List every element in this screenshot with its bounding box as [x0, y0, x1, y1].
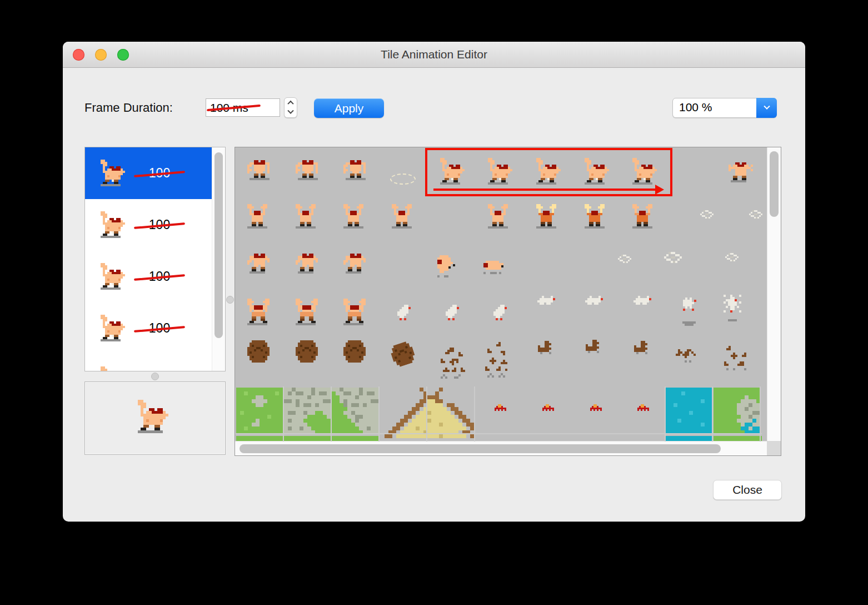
tile-barrel[interactable]: [247, 340, 270, 363]
tile-fragsC[interactable]: [720, 346, 753, 373]
tile-puff[interactable]: [725, 253, 739, 261]
tile-bigcheer[interactable]: [293, 299, 320, 325]
preview-sprite: [135, 400, 168, 433]
tile-water[interactable]: [666, 388, 712, 434]
frame-list-item[interactable]: 100: [85, 147, 225, 199]
frame-list-scrollbar-thumb[interactable]: [214, 152, 223, 338]
tile-chicken[interactable]: [443, 305, 459, 323]
frame-items-container: 100100100100: [85, 147, 225, 371]
stepper-down-button[interactable]: [285, 108, 297, 118]
tile-cheerGlow[interactable]: [582, 204, 609, 231]
zoom-window-icon[interactable]: [117, 49, 129, 61]
frame-duration-stepper[interactable]: [284, 97, 297, 118]
tile-fallB[interactable]: [479, 254, 506, 281]
tile-crab[interactable]: [590, 404, 602, 411]
minimize-window-icon[interactable]: [95, 49, 107, 61]
tile-tpose[interactable]: [726, 158, 753, 185]
tile-puff[interactable]: [664, 252, 682, 263]
tile-barrel[interactable]: [343, 340, 366, 363]
frame-duration-value: 100: [139, 217, 179, 232]
frame-list-item[interactable]: 100: [85, 199, 225, 251]
tileset-horizontal-scrollbar[interactable]: [235, 441, 767, 455]
tile-chickenFly[interactable]: [633, 296, 654, 307]
tile-cheer[interactable]: [245, 204, 272, 231]
close-window-icon[interactable]: [73, 49, 84, 61]
tile-barrel[interactable]: [389, 340, 417, 368]
vertical-splitter-handle[interactable]: [226, 296, 234, 304]
close-button[interactable]: Close: [713, 480, 782, 500]
tile-stoneA[interactable]: [284, 388, 331, 434]
frame-sprite: [98, 211, 125, 240]
tile-shadowS[interactable]: [682, 321, 696, 326]
frame-list-item[interactable]: 100: [85, 251, 225, 302]
tile-bigcheer[interactable]: [245, 299, 272, 325]
frame-sprite: [98, 263, 125, 292]
tile-cheer[interactable]: [341, 204, 368, 231]
tile-bigcheer[interactable]: [341, 299, 368, 325]
frame-list-item[interactable]: [85, 354, 225, 371]
tile-log[interactable]: [632, 341, 652, 354]
tile-chicken[interactable]: [491, 305, 507, 323]
tile-stand[interactable]: [245, 251, 272, 278]
frame-list-scrollbar[interactable]: [212, 147, 225, 371]
tileset-vertical-scrollbar[interactable]: [767, 147, 781, 442]
tile-logBreak[interactable]: [676, 349, 700, 363]
tile-chickenLand[interactable]: [681, 297, 696, 311]
tile-puff[interactable]: [749, 210, 762, 219]
tile-log[interactable]: [536, 341, 556, 354]
tile-chickenFly[interactable]: [537, 296, 557, 307]
tile-grassRock[interactable]: [714, 388, 760, 434]
tile-chickenFly[interactable]: [585, 296, 605, 307]
tileset-view: [235, 147, 781, 456]
empty-tile-marker[interactable]: [390, 173, 416, 185]
tileset-content[interactable]: [235, 147, 767, 442]
frame-sprite: [98, 366, 125, 371]
tile-cheer[interactable]: [390, 204, 416, 231]
tile-stand[interactable]: [341, 251, 368, 278]
stepper-up-button[interactable]: [285, 98, 297, 108]
frame-duration-value: 100: [139, 269, 179, 284]
tile-cheerOrange[interactable]: [630, 204, 657, 231]
tile-animation-editor-window: Tile Animation Editor Frame Duration: Ap…: [63, 42, 805, 522]
window-title: Tile Animation Editor: [381, 48, 487, 61]
zoom-value: 100 %: [679, 101, 712, 114]
tile-fallA[interactable]: [431, 253, 457, 280]
tileset-vertical-scrollbar-thumb[interactable]: [770, 151, 779, 217]
tile-fragsB[interactable]: [481, 342, 514, 378]
tile-puff[interactable]: [618, 255, 631, 263]
tile-puff[interactable]: [700, 210, 714, 219]
tile-cheer[interactable]: [486, 204, 512, 231]
tile-cheer[interactable]: [293, 204, 320, 231]
frame-list-item[interactable]: 100: [85, 302, 225, 354]
tile-crouch[interactable]: [293, 158, 320, 185]
tile-crab[interactable]: [495, 404, 506, 411]
tile-barrel[interactable]: [296, 340, 318, 363]
chevron-up-icon: [287, 101, 293, 107]
tile-fragsA[interactable]: [436, 348, 470, 379]
tile-stand[interactable]: [293, 251, 320, 278]
zoom-combobox[interactable]: 100 %: [672, 98, 777, 118]
tile-chickenBurst[interactable]: [724, 295, 741, 321]
title-bar[interactable]: Tile Animation Editor: [63, 42, 805, 68]
tile-stoneB[interactable]: [332, 388, 378, 434]
tile-chicken[interactable]: [395, 305, 411, 323]
chevron-down-icon: [764, 103, 770, 110]
frame-sprite: [98, 315, 125, 344]
traffic-lights: [73, 49, 129, 61]
tile-cheerGlow[interactable]: [534, 204, 561, 231]
zoom-dropdown-button[interactable]: [756, 98, 777, 118]
tile-log[interactable]: [583, 340, 603, 353]
apply-button[interactable]: Apply: [314, 98, 384, 118]
tile-tent[interactable]: [381, 388, 474, 438]
tile-grass[interactable]: [236, 388, 283, 434]
horizontal-splitter-handle[interactable]: [151, 373, 159, 380]
tile-crab[interactable]: [542, 404, 554, 411]
tile-crab[interactable]: [637, 404, 649, 411]
tileset-horizontal-scrollbar-thumb[interactable]: [240, 444, 721, 453]
animation-preview: [84, 381, 226, 455]
red-arrow-annotation: [433, 189, 655, 191]
frame-duration-input[interactable]: [206, 98, 280, 117]
frame-sprite: [98, 160, 125, 189]
tile-crouch[interactable]: [341, 158, 368, 185]
tile-crouch[interactable]: [245, 158, 272, 185]
